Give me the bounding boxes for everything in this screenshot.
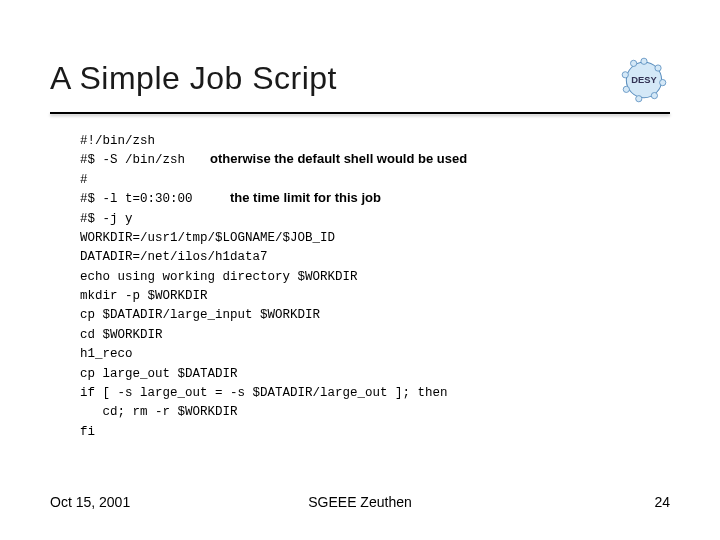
code-line: #$ -S /bin/zshotherwise the default shel…: [80, 151, 640, 170]
logo-text: DESY: [631, 75, 657, 85]
annotation-shell: otherwise the default shell would be use…: [210, 149, 467, 169]
code-line: h1_reco: [80, 345, 640, 364]
slide: A Simple Job Script DESY #!/bin/zsh #$ -…: [0, 0, 720, 540]
svg-point-4: [651, 92, 657, 98]
code-line: fi: [80, 423, 640, 442]
code-line: cp large_out $DATADIR: [80, 365, 640, 384]
slide-title: A Simple Job Script: [50, 60, 337, 97]
title-underline: [50, 112, 670, 114]
code-line: #$ -l t=0:30:00the time limit for this j…: [80, 190, 640, 209]
svg-point-2: [655, 65, 661, 71]
code-line: echo using working directory $WORKDIR: [80, 268, 640, 287]
code-block: #!/bin/zsh #$ -S /bin/zshotherwise the d…: [80, 132, 640, 442]
code-line: #$ -j y: [80, 210, 640, 229]
annotation-timelimit: the time limit for this job: [230, 188, 381, 208]
code-line: DATADIR=/net/ilos/h1data7: [80, 248, 640, 267]
code-text: #$ -l t=0:30:00: [80, 192, 193, 206]
footer: SGEEE Zeuthen Oct 15, 2001 24: [50, 494, 670, 510]
code-line: WORKDIR=/usr1/tmp/$LOGNAME/$JOB_ID: [80, 229, 640, 248]
svg-point-3: [660, 79, 666, 85]
code-line: cd; rm -r $WORKDIR: [80, 403, 640, 422]
code-text: #$ -S /bin/zsh: [80, 153, 185, 167]
code-line: cp $DATADIR/large_input $WORKDIR: [80, 306, 640, 325]
svg-point-6: [623, 86, 629, 92]
code-line: cd $WORKDIR: [80, 326, 640, 345]
code-line: if [ -s large_out = -s $DATADIR/large_ou…: [80, 384, 640, 403]
footer-center: SGEEE Zeuthen: [50, 494, 670, 510]
svg-point-8: [630, 60, 636, 66]
slide-body: #!/bin/zsh #$ -S /bin/zshotherwise the d…: [50, 132, 670, 442]
title-row: A Simple Job Script DESY: [50, 60, 670, 106]
svg-point-7: [622, 72, 628, 78]
svg-point-1: [641, 58, 647, 64]
desy-logo: DESY: [618, 54, 670, 106]
svg-point-5: [636, 96, 642, 102]
code-line: mkdir -p $WORKDIR: [80, 287, 640, 306]
